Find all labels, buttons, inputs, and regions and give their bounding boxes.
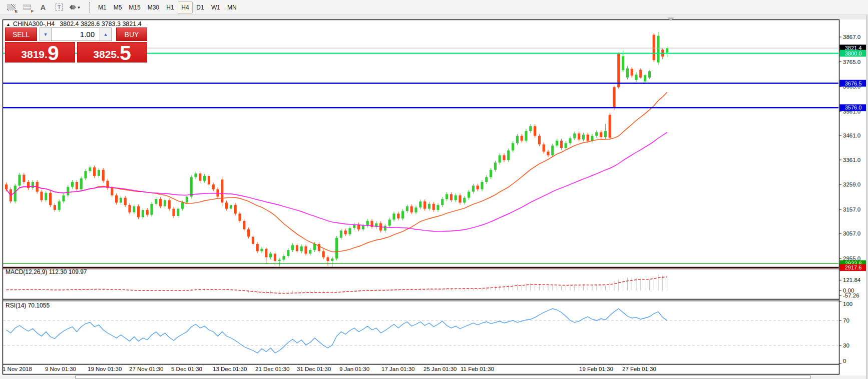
svg-text:2917.6: 2917.6: [845, 264, 862, 270]
svg-text:-57.26: -57.26: [843, 292, 859, 298]
svg-text:3461.0: 3461.0: [843, 132, 860, 138]
svg-text:19 Nov 01:30: 19 Nov 01:30: [88, 366, 122, 372]
timeframe-d1[interactable]: D1: [193, 2, 208, 14]
sell-price-big-digit: 9: [48, 45, 59, 62]
svg-text:70: 70: [843, 318, 849, 324]
svg-text:3867.0: 3867.0: [843, 34, 860, 40]
timeframe-w1[interactable]: W1: [208, 2, 224, 14]
sell-price-button[interactable]: 3819.9: [5, 42, 75, 62]
textbox-icon[interactable]: T: [51, 1, 67, 14]
svg-text:121.84: 121.84: [843, 277, 861, 283]
sell-button[interactable]: SELL: [5, 28, 37, 41]
toolbar-icon-group: EFAT▾: [3, 1, 83, 14]
scrollbar-thumb[interactable]: [75, 376, 811, 378]
timeframe-h1[interactable]: H1: [163, 2, 178, 14]
buy-price-button[interactable]: 3825.5: [77, 42, 147, 62]
svg-text:3259.0: 3259.0: [843, 182, 860, 188]
svg-text:11 Feb 01:30: 11 Feb 01:30: [461, 366, 494, 372]
symbol-period-label: CHINA300-,H4: [13, 20, 55, 28]
svg-text:13 Dec 01:30: 13 Dec 01:30: [213, 366, 247, 372]
experts-icon[interactable]: E: [3, 1, 19, 14]
sell-price-main: 3819.: [21, 49, 48, 60]
collapse-panel-icon[interactable]: ▲: [6, 22, 11, 27]
horizontal-scrollbar: [0, 376, 868, 379]
timeframe-group: M1M5M15M30H1H4D1W1MN: [95, 2, 240, 14]
ohlc-readout: 3802.4 3828.6 3783.3 3821.4: [60, 20, 141, 28]
timeframe-m15[interactable]: M15: [125, 2, 144, 14]
svg-text:3361.0: 3361.0: [843, 157, 860, 163]
right-window-edge: [866, 15, 868, 379]
chevron-up-icon: ▲: [104, 32, 108, 37]
price-chart-canvas[interactable]: 3867.03765.03663.03561.03461.03361.03259…: [0, 15, 868, 379]
svg-text:9 Jan 01:30: 9 Jan 01:30: [339, 366, 369, 372]
grid-icon[interactable]: F: [19, 1, 35, 14]
buy-button[interactable]: BUY: [116, 28, 147, 41]
svg-text:17 Jan 01:30: 17 Jan 01:30: [381, 366, 415, 372]
svg-text:3676.5: 3676.5: [845, 80, 862, 86]
timeframe-h4[interactable]: H4: [178, 2, 193, 14]
svg-text:27 Nov 01:30: 27 Nov 01:30: [129, 366, 163, 372]
svg-text:3057.0: 3057.0: [843, 230, 860, 236]
svg-text:5 Dec 01:30: 5 Dec 01:30: [171, 366, 202, 372]
svg-text:3576.0: 3576.0: [845, 104, 862, 110]
rsi-label: RSI(14) 70.1055: [6, 302, 50, 309]
volume-input[interactable]: [52, 28, 100, 41]
macd-label: MACD(12,26,9) 112.30 109.97: [6, 268, 87, 276]
timeframe-m30[interactable]: M30: [144, 2, 163, 14]
svg-text:0: 0: [843, 358, 846, 364]
svg-text:9 Nov 01:30: 9 Nov 01:30: [45, 366, 76, 372]
svg-text:3765.0: 3765.0: [843, 59, 860, 65]
svg-text:31 Dec 01:30: 31 Dec 01:30: [297, 366, 331, 372]
timeframe-mn[interactable]: MN: [224, 2, 240, 14]
text-label-icon[interactable]: A: [35, 1, 51, 14]
toolbar-separator: [89, 2, 90, 13]
chart-title: ▲CHINA300-,H43802.4 3828.6 3783.3 3821.4: [6, 20, 142, 28]
svg-text:27 Feb 01:30: 27 Feb 01:30: [622, 366, 656, 372]
buy-price-main: 3825.: [93, 49, 120, 60]
chevron-down-icon: ▼: [44, 32, 48, 37]
timeframe-m1[interactable]: M1: [95, 2, 110, 14]
chart-window: 3867.03765.03663.03561.03461.03361.03259…: [0, 15, 868, 379]
one-click-trade-panel: SELL ▼ ▲ BUY 3819.9 3825.5: [5, 28, 147, 62]
toolbar: EFAT▾ M1M5M15M30H1H4D1W1MN: [0, 0, 868, 15]
svg-text:1 Nov 2018: 1 Nov 2018: [3, 366, 32, 372]
svg-text:100: 100: [843, 301, 852, 307]
svg-text:25 Jan 01:30: 25 Jan 01:30: [423, 366, 457, 372]
volume-decrease-button[interactable]: ▼: [40, 28, 52, 41]
svg-text:21 Dec 01:30: 21 Dec 01:30: [255, 366, 289, 372]
svg-text:30: 30: [843, 342, 849, 348]
timeframe-m5[interactable]: M5: [110, 2, 126, 14]
svg-text:3157.0: 3157.0: [843, 206, 860, 212]
svg-text:3800.0: 3800.0: [845, 50, 862, 56]
volume-increase-button[interactable]: ▲: [100, 28, 112, 41]
buy-price-big-digit: 5: [120, 45, 131, 62]
objects-icon[interactable]: ▾: [67, 1, 83, 14]
svg-text:19 Feb 01:30: 19 Feb 01:30: [579, 366, 613, 372]
